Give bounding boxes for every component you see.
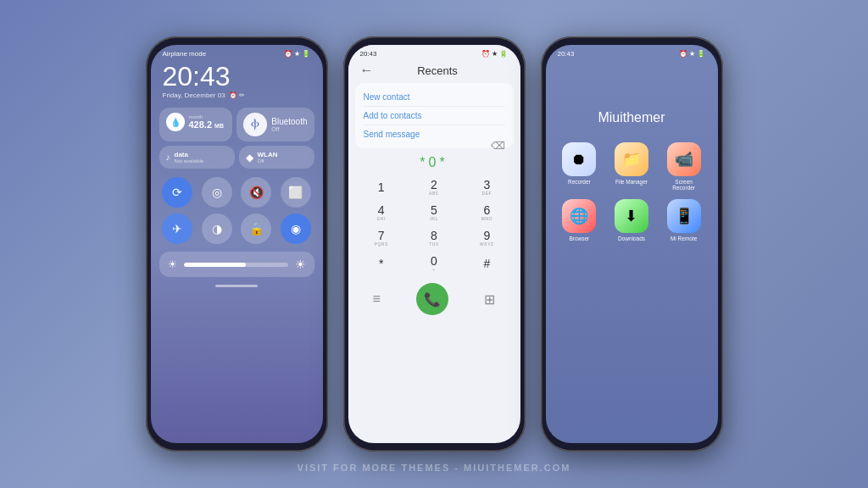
brightness-fill [184,263,247,267]
delete-button[interactable]: ⌫ [491,140,505,152]
dial-row-2: 4GHI 5JKL 6MNO [355,201,514,225]
widget-row-2: ♪ data Not available ◆ WLAN Off [159,146,314,169]
widgets-area: 💧 month 428.2 MB Ⲫ Bluetooth Off [151,103,323,174]
app-recorder[interactable]: ⏺ Recorder [559,142,600,191]
dial-key-2[interactable]: 2ABC [415,175,453,199]
ctrl-timer[interactable]: ◎ [202,177,232,208]
time-row: 20:43 Friday, December 03 ⏰ ✏ [151,59,323,103]
menu-button[interactable]: ≡ [373,291,381,307]
p3-status-icons: ⏰ ★ 🔋 [679,50,705,58]
bluetooth-widget[interactable]: Ⲫ Bluetooth Off [236,108,314,141]
dial-row-4: * 0+ # [355,252,514,275]
brightness-area: ☀ ☀ [151,247,323,281]
watermark: VISIT FOR MORE THEMES - MIUITHEMER.COM [298,463,571,473]
app-screen-recorder[interactable]: 📹 Screen Recorder [664,142,704,191]
files-icon: 📁 [615,142,648,176]
ctrl-rotate[interactable]: ⟳ [162,177,192,208]
contacts-button[interactable]: ⊞ [484,291,495,308]
phone3-screen: 20:43 ⏰ ★ 🔋 Miuithemer ⏺ Recorder 📁 File… [546,45,718,443]
dial-key-star[interactable]: * [362,252,401,275]
dial-row-1: 1 2ABC 3DEF [355,175,514,199]
phone-2: 20:43 ⏰ ★ 🔋 ← Recents New contact Add to… [343,36,526,452]
airplane-label: Airplane mode [163,50,207,58]
dial-key-8[interactable]: 8TUV [415,226,453,250]
phone2-statusbar: 20:43 ⏰ ★ 🔋 [348,45,520,59]
dial-key-9[interactable]: 9WXYZ [467,226,506,250]
ctrl-lock[interactable]: 🔒 [241,214,271,244]
phone-1: Airplane mode ⏰ ★ 🔋 20:43 Friday, Decemb… [146,36,328,452]
phone1-statusbar: Airplane mode ⏰ ★ 🔋 [151,45,323,59]
dial-key-6[interactable]: 6MNO [467,201,506,225]
dial-key-3[interactable]: 3DEF [467,175,506,199]
ctrl-contrast[interactable]: ◑ [202,214,232,244]
downloads-icon: ⬇ [615,199,648,233]
dialed-number: *0* [420,155,448,169]
recents-title: Recents [381,64,495,77]
mobile-data-widget: ♪ data Not available [159,146,235,169]
app-mi-remote[interactable]: 📱 Mi Remote [664,199,704,241]
brightness-bar [184,263,288,267]
clock-display: 20:43 [163,63,311,90]
app-grid: ⏺ Recorder 📁 File Manager 📹 Screen Recor… [546,142,718,241]
dial-key-0[interactable]: 0+ [415,252,453,275]
app-file-manager[interactable]: 📁 File Manager [611,142,652,191]
browser-icon: 🌐 [562,199,596,233]
phone2-header: ← Recents [348,59,520,83]
dial-key-5[interactable]: 5JKL [415,201,453,225]
ctrl-sound[interactable]: 🔇 [241,177,271,208]
miuithemer-title: Miuithemer [598,110,665,125]
ctrl-screen[interactable]: ⬜ [281,177,311,208]
brightness-icon-low: ☀ [168,258,177,270]
p2-status-icons: ⏰ ★ 🔋 [481,50,508,58]
dial-key-7[interactable]: 7PQRS [362,226,401,250]
widget-row-1: 💧 month 428.2 MB Ⲫ Bluetooth Off [159,108,314,141]
phone3-statusbar: 20:43 ⏰ ★ 🔋 [546,45,718,59]
app-downloads[interactable]: ⬇ Downloads [611,199,652,241]
recents-add-contact[interactable]: Add to contacts [364,107,505,125]
home-screen-content: Miuithemer ⏺ Recorder 📁 File Manager 📹 S… [546,59,718,443]
call-button[interactable]: 📞 [416,283,448,315]
dial-key-hash[interactable]: # [467,252,506,275]
data-icon: 💧 [166,113,185,131]
dial-key-1[interactable]: 1 [362,175,401,199]
brightness-card: ☀ ☀ [159,252,314,277]
controls-grid: ⟳ ◎ 🔇 ⬜ ✈ ◑ 🔒 ◉ [151,174,323,247]
back-button[interactable]: ← [360,63,374,78]
phone-3: 20:43 ⏰ ★ 🔋 Miuithemer ⏺ Recorder 📁 File… [541,36,723,452]
brightness-icon-high: ☀ [295,258,306,271]
dialpad: 1 2ABC 3DEF 4GHI 5JKL 6MNO 7PQRS 8TUV 9W… [348,174,520,279]
dial-row-3: 7PQRS 8TUV 9WXYZ [355,226,514,250]
data-widget: 💧 month 428.2 MB [159,108,233,141]
recents-panel: New contact Add to contacts Send message [355,83,514,148]
recorder-icon: ⏺ [562,142,596,176]
phone1-screen: Airplane mode ⏰ ★ 🔋 20:43 Friday, Decemb… [151,45,323,443]
dialer-display: *0* ⌫ [348,148,520,174]
wlan-widget[interactable]: ◆ WLAN Off [239,146,314,169]
recents-new-contact[interactable]: New contact [364,88,505,107]
ctrl-airplane[interactable]: ✈ [162,214,192,244]
date-display: Friday, December 03 ⏰ ✏ [163,92,311,99]
app-browser[interactable]: 🌐 Browser [559,199,600,241]
dial-key-4[interactable]: 4GHI [362,201,401,225]
dialer-footer: ≡ 📞 ⊞ [348,279,520,319]
recents-send-message[interactable]: Send message [364,125,505,143]
miremote-icon: 📱 [667,199,701,233]
status-icons: ⏰ ★ 🔋 [284,50,310,58]
bluetooth-icon: Ⲫ [243,113,267,136]
ctrl-location[interactable]: ◉ [281,214,311,244]
screenrec-icon: 📹 [667,142,701,176]
phone2-screen: 20:43 ⏰ ★ 🔋 ← Recents New contact Add to… [348,45,520,443]
home-indicator [215,285,258,287]
